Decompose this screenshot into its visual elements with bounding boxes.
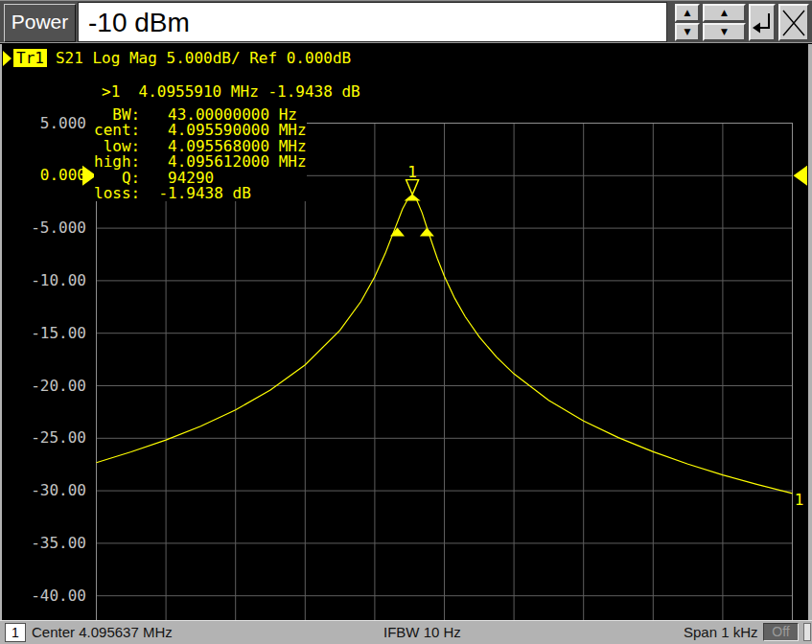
status-bar: 1 Center 4.095637 MHz IFBW 10 Hz Span 1 … — [0, 620, 812, 644]
fine-decrement-button[interactable]: ▼ — [675, 23, 700, 41]
y-axis-label: -30.00 — [27, 482, 86, 499]
power-value-field[interactable]: -10 dBm — [78, 2, 667, 42]
close-icon — [780, 7, 807, 39]
y-axis-label: 5.000 — [27, 115, 86, 132]
enter-button[interactable] — [749, 4, 776, 41]
coarse-increment-button[interactable]: ▲ — [703, 4, 746, 22]
center-frequency-label: Center 4.095637 MHz — [32, 624, 173, 640]
y-axis-label: -20.00 — [27, 378, 86, 395]
marker-1-label: 1 — [407, 163, 417, 181]
loss-line: loss: -1.9438 dB — [94, 186, 307, 201]
bw-left-marker — [390, 227, 405, 236]
coarse-decrement-button[interactable]: ▼ — [703, 23, 746, 41]
close-entry-button[interactable] — [778, 4, 809, 41]
enter-icon — [751, 8, 774, 38]
vna-screen: Power -10 dBm ▲ ▼ ▲ ▼ — [0, 0, 812, 644]
y-axis-label: -35.00 — [27, 535, 86, 552]
y-axis-label: -10.00 — [27, 272, 86, 289]
peak-marker — [405, 195, 421, 201]
status-bar-stub — [803, 623, 811, 641]
y-axis-label: -25.00 — [27, 429, 86, 447]
y-axis-label: -15.00 — [27, 325, 86, 342]
marker-1-readout: >1 4.0955910 MHz -1.9438 dB — [102, 84, 360, 100]
ref-level-right-icon[interactable] — [794, 166, 808, 186]
y-axis-label: -5.000 — [27, 219, 86, 237]
measurement-area: Tr1 S21 Log Mag 5.000dB/ Ref 0.000dB 11 … — [0, 44, 812, 620]
y-axis-label: -40.00 — [27, 587, 86, 605]
bw-right-marker — [420, 227, 434, 236]
down-arrow-icon: ▼ — [684, 28, 691, 36]
channel-number-badge: 1 — [5, 623, 26, 642]
power-entry-toolbar: Power -10 dBm ▲ ▼ ▲ ▼ — [0, 0, 812, 43]
up-arrow-icon: ▲ — [721, 9, 728, 17]
y-axis-label: 0.000 — [27, 167, 86, 184]
up-arrow-icon: ▲ — [684, 9, 691, 17]
bandwidth-search-panel: BW: 43.00000000 Hz cent: 4.095590000 MHz… — [94, 107, 307, 201]
fine-increment-button[interactable]: ▲ — [675, 4, 700, 22]
power-button[interactable]: Power — [4, 4, 76, 42]
off-indicator: Off — [763, 623, 799, 641]
down-arrow-icon: ▼ — [721, 28, 728, 36]
trace-end-label: 1 — [795, 491, 804, 509]
marker-1-symbol[interactable] — [406, 180, 419, 196]
span-label: Span 1 kHz — [684, 624, 758, 640]
ifbw-label: IFBW 10 Hz — [383, 624, 461, 640]
